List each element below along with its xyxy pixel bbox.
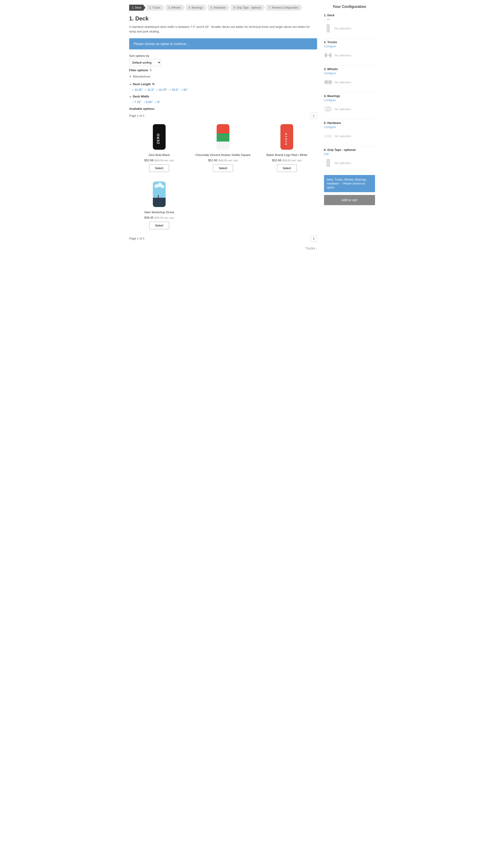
step-trucks[interactable]: 2. Trucks [146,5,165,11]
filter-refresh-icon[interactable]: ↻ [150,69,152,72]
svg-rect-18 [158,196,159,198]
manufacturer-arrow-icon: ▼ [129,75,131,78]
chip-7-75[interactable]: ✓ 7.75" [132,100,141,104]
config-section-title-bearings: 4. Bearings [324,94,375,98]
product-price-alien: $49.45 ($46.00 excl. tax) [131,216,187,219]
step-grip-tape[interactable]: 6. Grip Tape - optional [231,5,265,11]
product-image-chocolate [214,123,232,151]
page-num-bottom[interactable]: 1 [311,235,317,242]
product-price-chocolate: $51.60 ($48.00 excl. tax) [195,159,251,162]
chip-32[interactable]: ✓ 32" [180,88,188,92]
svg-rect-5 [216,147,229,150]
config-section-deck: 1. Deck ... ✏ No selection [324,13,375,34]
edit-pencil-icon: ✏ [327,18,330,21]
available-options-label: Available options: [129,107,317,110]
config-configure-hardware[interactable]: Configure [324,125,375,129]
config-no-selection-trucks: No selection [335,54,351,57]
deck-image-chocolate [216,124,229,150]
svg-point-17 [161,185,164,188]
config-icon-hardware [324,130,332,142]
config-section-title-grip: 6. Grip Tape - optional [324,148,375,152]
product-price-baker: $52.68 ($49.00 excl. tax) [259,159,314,162]
config-configure-wheels[interactable]: Configure [324,72,375,75]
filter-group-deck-length: ▲ Deck Length ↻ ✓ 31.25" ✓ 31.5" ✓ 31.75… [129,81,317,92]
manufacturer-toggle[interactable]: ▼ Manufacturer [129,74,317,79]
pagination-bottom: Page 1 of 1 1 [129,235,317,242]
svg-rect-32 [330,135,331,137]
deck-width-arrow-icon: ▲ [129,95,131,98]
your-config-title: Your Configuration [324,5,375,9]
page-info-bottom: Page 1 of 1 [129,237,145,240]
deck-length-refresh-icon[interactable]: ↻ [152,82,155,86]
config-icon-deck [324,23,332,34]
config-section-title-deck: 1. Deck [324,13,375,17]
chip-31-25[interactable]: ✓ 31.25" [132,88,143,92]
step-wheels[interactable]: 3. Wheels [166,5,185,11]
chip-8-25[interactable]: ✓ 8.25" [143,100,153,104]
select-button-alien[interactable]: Select [149,222,169,229]
config-configure-bearings[interactable]: Configure [324,99,375,102]
config-section-hardware: 5. Hardware Configure No selection [324,121,375,142]
product-grid-row2: Alien Workshop Drone $49.45 ($46.00 excl… [129,178,317,232]
sort-label: Sort options by [129,54,317,57]
config-section-title-wheels: 3. Wheels [324,67,375,71]
sort-select[interactable]: Default sorting [129,59,161,66]
config-icon-bearings [324,103,332,115]
svg-rect-22 [325,53,327,57]
product-name-alien: Alien Workshop Drone [131,210,187,215]
config-no-selection-hardware: No selection [335,134,351,138]
config-no-selection-grip: No selection [335,161,351,165]
product-card-baker: BAKER Baker Brand Logo Red / White $52.6… [257,121,317,174]
config-edit-grip[interactable]: Edit [324,152,375,156]
svg-point-27 [329,81,331,83]
deck-length-arrow-icon: ▲ [129,83,131,85]
svg-rect-33 [326,159,330,167]
config-item-trucks: No selection [324,50,375,61]
deck-image-alien [153,181,166,207]
config-section-title-trucks: 2. Trucks [324,40,375,44]
deck-width-title[interactable]: ▲ Deck Width [129,94,317,99]
page-num-top[interactable]: 1 [311,112,317,119]
step-bearings[interactable]: 4. Bearings [186,5,207,11]
page-info-top: Page 1 of 1 [129,114,145,118]
edit-dots: ... [324,18,326,21]
config-section-wheels: 3. Wheels Configure No selection [324,67,375,88]
config-configure-trucks[interactable]: Configure [324,45,375,48]
choose-banner: Please choose an option to continue… [129,38,317,50]
chip-8[interactable]: ✓ 8" [155,100,160,104]
product-image-alien [150,180,168,208]
sidebar: Your Configuration 1. Deck ... ✏ No sele… [324,5,375,250]
product-card-chocolate: Chocolate Vincent Alvarez Subtle Square … [193,121,253,174]
select-button-baker[interactable]: Select [277,164,297,172]
product-price-zero: $52.68 ($49.00 excl. tax) [131,159,187,162]
config-item-wheels: No selection [324,76,375,88]
config-no-selection-deck: No selection [335,27,351,30]
deck-length-title[interactable]: ▲ Deck Length ↻ [129,81,317,87]
add-to-cart-button[interactable]: Add to cart [324,195,375,205]
config-item-deck: No selection [324,23,375,34]
chip-31-75[interactable]: ✓ 31.75" [156,88,167,92]
chip-31-5[interactable]: ✓ 31.5" [145,88,154,92]
select-button-zero[interactable]: Select [149,164,169,172]
filter-header: Filter options ↻ [129,68,317,72]
deck-image-baker: BAKER [280,124,293,150]
next-nav[interactable]: Trucks › [129,246,317,250]
step-deck[interactable]: 1. Deck [129,5,146,11]
page-title: 1. Deck [129,15,317,22]
product-grid: ZERO Zero Bold Black $52.68 ($49.00 excl… [129,121,317,174]
svg-rect-31 [327,135,329,137]
step-review[interactable]: 7. Review Configuration [266,5,303,11]
svg-rect-14 [153,205,166,207]
chip-32-5[interactable]: ✓ 32.5" [169,88,179,92]
deck-width-label: Deck Width [133,95,149,98]
product-image-baker: BAKER [278,123,296,151]
svg-point-19 [158,195,159,196]
filter-group-deck-width: ▲ Deck Width ✓ 7.75" ✓ 8.25" ✓ 8" [129,94,317,104]
warning-box: Deck, Trucks, Wheels, Bearings, Hardware… [324,175,375,192]
product-card-alien: Alien Workshop Drone $49.45 ($46.00 excl… [129,178,189,232]
filter-label: Filter options [129,68,148,72]
config-edit-deck[interactable]: ... ✏ [324,18,375,21]
select-button-chocolate[interactable]: Select [213,164,233,172]
step-hardware[interactable]: 5. Hardware [208,5,230,11]
config-icon-wheels [324,76,332,88]
